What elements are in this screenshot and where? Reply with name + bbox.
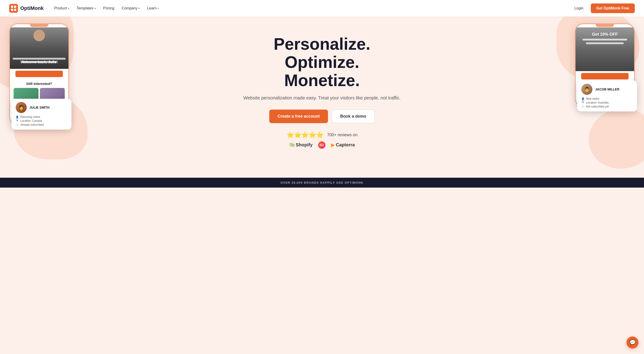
capterra-icon: ▶ [331,142,334,148]
chevron-down-icon: ▾ [158,7,159,10]
hero-section: Welcome back, Julie! Still interested? [0,16,644,178]
brands-text: OVER 30,000 BRANDS HAPPILY USE OPTIMONK [280,181,364,184]
nav-pricing[interactable]: Pricing [100,4,118,12]
user-subscription-julie: ✉️ Already subscribed [16,123,67,126]
avatar-image-jacob: 👨 [581,84,592,95]
nav-links: Product ▾ Templates ▾ Pricing Company ▾ … [51,4,570,12]
brands-bar: OVER 30,000 BRANDS HAPPILY USE OPTIMONK [0,178,644,188]
avatar-jacob: 👨 [581,84,592,95]
decorative-blob-4 [589,109,644,168]
user-name-jacob: JACOB MILLER [595,87,619,91]
user-card-julie: 👩 JULIE SMITH 👤 Returning visitor 📍 Loca… [12,99,72,130]
user-subscription-jacob: ✉️ Not subscribed yet [581,105,633,108]
g2-badge: G2 [318,141,326,149]
user-meta-julie: 👤 Returning visitor 📍 Location: Canada ✉… [16,115,67,126]
chevron-down-icon: ▾ [138,7,140,10]
avatar-image-julie: 👩 [16,102,27,113]
svg-rect-2 [14,6,16,8]
hero-center: Personalize. Optimize. Monetize. Website… [242,30,402,149]
user-visitor-type-jacob: 👤 New visitor [581,97,633,100]
svg-rect-0 [9,4,18,13]
user-card-header-jacob: 👨 JACOB MILLER [581,84,633,95]
book-demo-button[interactable]: Book a demo [332,110,375,123]
reviews-row: ⭐⭐⭐⭐⭐ 700+ reviews on [242,131,402,139]
user-location-jacob: 📍 Location: Australia [581,101,633,104]
email-icon: ✉️ [581,105,584,108]
login-button[interactable]: Login [571,4,587,12]
star-rating: ⭐⭐⭐⭐⭐ [286,131,324,139]
nav-learn[interactable]: Learn ▾ [144,4,162,12]
chevron-down-icon: ▾ [68,7,69,10]
person-icon: 👤 [581,97,584,100]
location-icon: 📍 [581,101,584,104]
review-platforms: 🛍 Shopify G2 ▶ Capterra [242,141,402,149]
chat-bubble[interactable]: 💬 [626,337,638,349]
shopify-icon: 🛍 [289,142,294,148]
optimonk-logo-icon [9,4,18,13]
location-icon: 📍 [16,119,19,122]
avatar-julie: 👩 [16,102,27,113]
user-name-julie: JULIE SMITH [30,106,50,109]
user-meta-jacob: 👤 New visitor 📍 Location: Australia ✉️ N… [581,97,633,108]
email-icon: ✉️ [16,123,19,126]
svg-rect-1 [11,6,13,8]
decorative-blob-3 [556,16,640,81]
logo[interactable]: OptiMonk [9,4,44,13]
nav-templates[interactable]: Templates ▾ [74,4,99,12]
get-optimonk-free-button[interactable]: Get OptiMonk Free [591,3,635,13]
logo-text: OptiMonk [20,5,44,11]
capterra-badge: ▶ Capterra [331,142,355,148]
hero-subtext: Website personalization made easy. Treat… [242,94,402,101]
nav-product[interactable]: Product ▾ [51,4,72,12]
review-count-text: 700+ reviews on [327,133,358,137]
shopify-badge: 🛍 Shopify [289,142,312,148]
navbar: OptiMonk Product ▾ Templates ▾ Pricing C… [0,0,644,16]
nav-right: Login Get OptiMonk Free [571,3,635,13]
user-card-jacob: 👨 JACOB MILLER 👤 New visitor 📍 Location:… [577,80,637,111]
svg-rect-3 [11,9,13,11]
user-location-julie: 📍 Location: Canada [16,119,67,122]
nav-company[interactable]: Company ▾ [118,4,143,12]
chevron-down-icon: ▾ [94,7,96,10]
user-card-header-julie: 👩 JULIE SMITH [16,102,67,113]
create-account-button[interactable]: Create a free account [269,110,328,123]
decorative-blob-1 [0,16,74,90]
svg-rect-4 [14,9,16,11]
person-icon: 👤 [16,116,19,118]
user-visitor-type-julie: 👤 Returning visitor [16,115,67,118]
g2-icon: G2 [318,141,326,149]
hero-headline: Personalize. Optimize. Monetize. [242,35,402,90]
hero-buttons: Create a free account Book a demo [242,110,402,123]
chat-icon: 💬 [630,340,636,346]
